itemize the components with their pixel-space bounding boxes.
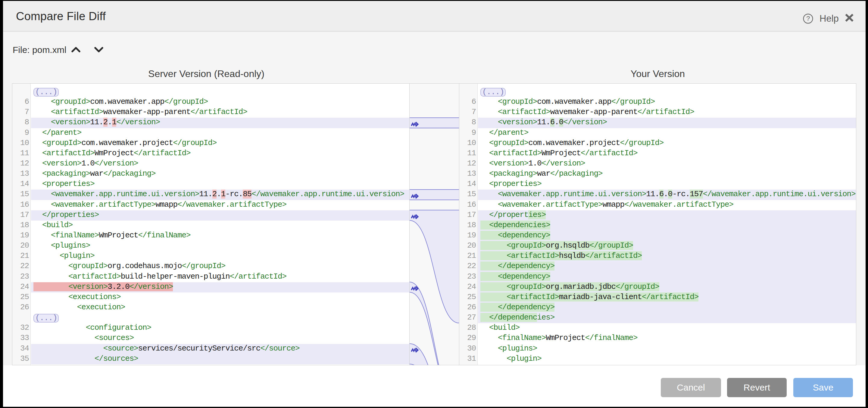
svg-text:?: ? bbox=[806, 15, 810, 22]
